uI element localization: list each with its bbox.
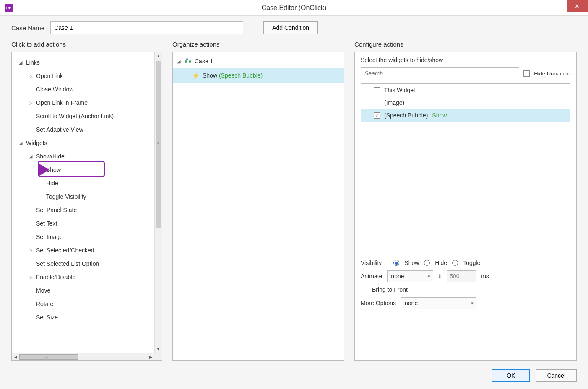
- col-configure-actions: Configure actions Select the widgets to …: [354, 38, 577, 361]
- t-input[interactable]: [447, 270, 476, 282]
- tree-item-close-window[interactable]: Close Window: [13, 83, 153, 96]
- tree-item-label: Open Link in Frame: [36, 99, 88, 106]
- expand-icon: ▷: [28, 248, 34, 253]
- visibility-hide-label: Hide: [435, 259, 447, 266]
- tree-item-enable-disable[interactable]: ▷Enable/Disable: [13, 270, 153, 284]
- tree-item-set-text[interactable]: Set Text: [13, 217, 153, 230]
- horizontal-scrollbar[interactable]: ◀ ▶: [12, 353, 154, 360]
- tree-item-label: Links: [26, 59, 40, 66]
- tree-item-toggle-visibility[interactable]: Toggle Visibility: [13, 190, 153, 203]
- tree-item-set-selected-list-option[interactable]: Set Selected List Option: [13, 257, 153, 270]
- tree-item-set-selected-checked[interactable]: ▷Set Selected/Checked: [13, 244, 153, 257]
- visibility-show-radio[interactable]: [393, 260, 399, 266]
- tree-item-label: Toggle Visibility: [46, 193, 86, 200]
- tree-item-label: Close Window: [36, 86, 73, 93]
- configure-panel: Select the widgets to hide/show Hide Unn…: [354, 52, 577, 361]
- case-row-label: Case 1: [195, 58, 213, 65]
- organize-panel: ◢ Case 1 ⚡ Show (Speech Bubble): [172, 52, 344, 361]
- visibility-hide-radio[interactable]: [424, 260, 430, 266]
- close-button[interactable]: ✕: [567, 0, 588, 12]
- visibility-toggle-label: Toggle: [463, 259, 480, 266]
- tree-item-open-link-in-frame[interactable]: ▷Open Link in Frame: [13, 96, 153, 109]
- action-row[interactable]: ⚡ Show (Speech Bubble): [173, 68, 344, 83]
- add-condition-button[interactable]: Add Condition: [263, 21, 318, 34]
- tree-item-show[interactable]: Show: [13, 163, 153, 176]
- bring-front-checkbox[interactable]: [361, 287, 367, 293]
- col-organize-actions: Organize actions ◢ Case 1 ⚡ Show (Speech…: [172, 38, 344, 361]
- widget-list[interactable]: This Widget(Image)(Speech Bubble) Show: [361, 83, 570, 255]
- scroll-down-icon[interactable]: ▼: [155, 345, 162, 353]
- tree-item-set-image[interactable]: Set Image: [13, 230, 153, 244]
- tree-item-label: Set Panel State: [36, 207, 77, 213]
- window-title: Case Editor (OnClick): [0, 4, 588, 12]
- tree-item-widgets[interactable]: ◢Widgets: [13, 136, 153, 150]
- tree-item-show-hide[interactable]: ◢Show/Hide: [13, 150, 153, 163]
- actions-tree[interactable]: ◢Links▷Open LinkClose Window▷Open Link i…: [12, 52, 154, 353]
- tree-item-label: Set Selected/Checked: [36, 247, 94, 254]
- widget-label: (Image): [384, 99, 404, 106]
- expand-icon: ▷: [28, 73, 34, 79]
- actions-tree-panel: ◢Links▷Open LinkClose Window▷Open Link i…: [11, 52, 162, 361]
- tree-item-label: Set Size: [36, 314, 58, 321]
- tree-item-label: Rotate: [36, 301, 53, 307]
- configure-instruction: Select the widgets to hide/show: [361, 57, 570, 63]
- tree-item-label: Show/Hide: [36, 153, 65, 160]
- tree-item-label: Scroll to Widget (Anchor Link): [36, 113, 114, 119]
- cancel-button[interactable]: Cancel: [536, 369, 577, 382]
- scroll-left-icon[interactable]: ◀: [12, 355, 19, 359]
- t-label: t:: [438, 273, 442, 280]
- ok-button[interactable]: OK: [492, 369, 530, 382]
- animate-label: Animate: [361, 273, 382, 280]
- tree-item-label: Enable/Disable: [36, 274, 75, 280]
- hide-unnamed-checkbox[interactable]: [523, 70, 530, 77]
- scroll-right-icon[interactable]: ▶: [147, 355, 154, 359]
- horizontal-scroll-thumb[interactable]: [19, 354, 78, 360]
- tree-item-set-adaptive-view[interactable]: Set Adaptive View: [13, 123, 153, 136]
- tree-item-links[interactable]: ◢Links: [13, 56, 153, 69]
- widget-checkbox[interactable]: [374, 112, 380, 119]
- collapse-icon: ◢: [18, 140, 23, 146]
- widget-search-input[interactable]: [361, 67, 519, 79]
- widget-row-this-widget[interactable]: This Widget: [361, 84, 570, 96]
- animate-row: Animate none t: ms: [361, 270, 570, 282]
- close-icon: ✕: [575, 3, 580, 10]
- more-options-select[interactable]: none: [401, 297, 476, 309]
- expand-icon: ◢: [177, 59, 183, 64]
- tree-item-label: Hide: [46, 180, 58, 187]
- expand-icon: ▷: [28, 100, 34, 106]
- more-options-label: More Options: [361, 300, 396, 306]
- tree-item-set-size[interactable]: Set Size: [13, 311, 153, 324]
- vertical-scroll-thumb[interactable]: [156, 61, 161, 228]
- tree-item-move[interactable]: Move: [13, 284, 153, 297]
- tree-item-set-panel-state[interactable]: Set Panel State: [13, 203, 153, 217]
- tree-item-hide[interactable]: Hide: [13, 176, 153, 190]
- hide-unnamed-label: Hide Unnamed: [534, 70, 570, 77]
- case-editor-window: RP Case Editor (OnClick) ✕ Case Name Add…: [0, 0, 588, 389]
- bring-front-label: Bring to Front: [372, 286, 408, 293]
- lightning-icon: ⚡: [192, 72, 199, 79]
- visibility-show-label: Show: [404, 259, 419, 266]
- scroll-up-icon[interactable]: ▲: [155, 52, 162, 60]
- widget-label: (Speech Bubble): [384, 112, 428, 119]
- columns: Click to add actions ◢Links▷Open LinkClo…: [0, 38, 588, 365]
- case-name-input[interactable]: [50, 21, 243, 34]
- tree-item-scroll-to-widget-anchor-link-[interactable]: Scroll to Widget (Anchor Link): [13, 109, 153, 123]
- widget-row-speech-bubble[interactable]: (Speech Bubble) Show: [361, 109, 570, 122]
- widget-row-image[interactable]: (Image): [361, 96, 570, 109]
- tree-item-open-link[interactable]: ▷Open Link: [13, 69, 153, 83]
- visibility-row: Visibility Show Hide Toggle: [361, 259, 570, 266]
- tree-item-rotate[interactable]: Rotate: [13, 297, 153, 311]
- action-target: (Speech Bubble): [219, 72, 263, 79]
- case-name-label: Case Name: [11, 24, 44, 31]
- widget-checkbox[interactable]: [374, 100, 380, 106]
- collapse-icon: ◢: [18, 60, 23, 65]
- tree-item-label: Move: [36, 287, 50, 294]
- widget-checkbox[interactable]: [374, 87, 380, 93]
- tree-item-label: Set Image: [36, 233, 63, 240]
- expand-icon: ▷: [28, 275, 34, 280]
- animate-select[interactable]: none: [387, 270, 433, 282]
- vertical-scrollbar[interactable]: ▲ ▼: [154, 52, 162, 353]
- case-row[interactable]: ◢ Case 1: [173, 54, 344, 68]
- visibility-toggle-radio[interactable]: [452, 260, 458, 266]
- col-configure-header: Configure actions: [354, 41, 577, 48]
